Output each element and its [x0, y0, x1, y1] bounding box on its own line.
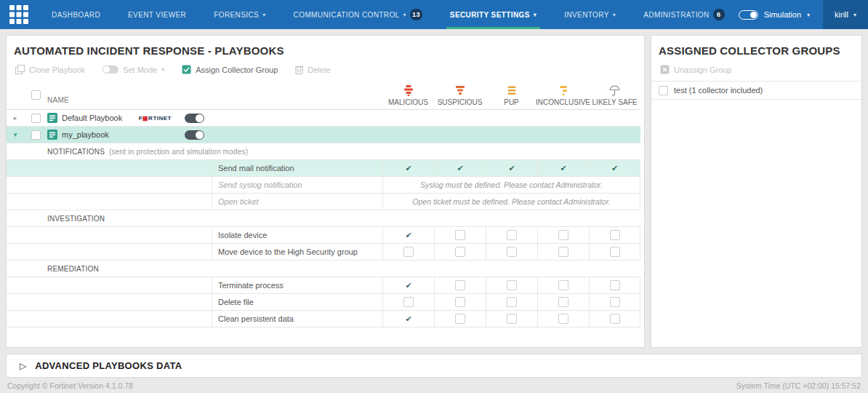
section-label: INVESTIGATION	[47, 215, 105, 223]
column-header-inconclusive: INCONCLUSIVE	[537, 81, 589, 109]
expand-arrow-icon[interactable]: ▸	[7, 110, 24, 126]
nav-event-viewer[interactable]: EVENT VIEWER	[114, 0, 200, 29]
simulation-mode-toggle[interactable]	[739, 10, 758, 20]
playbook-name: Default Playbook	[62, 114, 122, 122]
nav-security-settings[interactable]: SECURITY SETTINGS▾	[436, 0, 550, 29]
playbook-enabled-toggle[interactable]	[185, 114, 204, 123]
state-cell-suspicious[interactable]	[434, 244, 486, 260]
assign-collector-group-button[interactable]: Assign Collector Group	[182, 65, 278, 74]
collector-group-row[interactable]: test (1 collector included)	[651, 81, 861, 100]
state-cell-pup[interactable]	[486, 277, 537, 293]
checked-square-icon	[182, 65, 191, 74]
chevron-down-icon: ▾	[613, 12, 616, 18]
row-checkbox[interactable]	[31, 114, 41, 123]
state-cell-inconclusive[interactable]	[537, 244, 589, 260]
state-cell-inconclusive[interactable]	[537, 277, 589, 293]
fortinet-logo-grid-icon: ▦	[142, 115, 148, 122]
section-row-notifications: NOTIFICATIONS(sent in protection and sim…	[7, 143, 640, 160]
state-cell-malicious[interactable]	[382, 277, 434, 293]
nav-inventory[interactable]: INVENTORY▾	[550, 0, 630, 29]
admin-message: Open ticket must be defined. Please cont…	[382, 194, 640, 210]
nav-forensics[interactable]: FORENSICS▾	[200, 0, 279, 29]
collapse-arrow-icon[interactable]: ▾	[7, 127, 24, 143]
state-cell-malicious[interactable]	[382, 227, 434, 243]
likely-safe-icon	[609, 85, 620, 96]
nav-administration[interactable]: ADMINISTRATION6	[630, 0, 738, 29]
action-label: Move device to the High Security group	[212, 244, 382, 260]
state-cell-malicious[interactable]	[382, 160, 434, 176]
state-cell-suspicious[interactable]	[434, 311, 486, 327]
state-cell-malicious[interactable]	[382, 311, 434, 327]
set-mode-button[interactable]: Set Mode ▾	[103, 66, 164, 74]
section-note: (sent in protection and simulation modes…	[109, 148, 248, 156]
pup-icon	[507, 85, 517, 96]
user-menu[interactable]: kirill ▾	[823, 0, 868, 29]
state-cell-likely-safe[interactable]	[589, 277, 640, 293]
copy-icon	[15, 65, 25, 74]
state-cell-suspicious[interactable]	[434, 160, 486, 176]
playbook-icon	[47, 130, 57, 140]
state-cell-inconclusive[interactable]	[537, 227, 589, 243]
state-cell-likely-safe[interactable]	[589, 294, 640, 310]
action-row-open-ticket: Open ticket Open ticket must be defined.…	[7, 194, 640, 210]
trash-icon	[295, 65, 303, 74]
state-cell-malicious[interactable]	[382, 294, 434, 310]
playbooks-toolbar: Clone Playbook Set Mode ▾ Assign Collect…	[7, 61, 644, 81]
chevron-down-icon: ▾	[403, 12, 406, 18]
action-label: Send mail notification	[212, 160, 382, 176]
playbook-row-default: ▸ Default Playbook F▦RTINET	[7, 110, 640, 127]
action-row-terminate-process: Terminate process	[7, 277, 640, 294]
delete-button[interactable]: Delete	[295, 65, 331, 74]
chevron-down-icon: ▾	[534, 12, 537, 18]
state-cell-suspicious[interactable]	[434, 277, 486, 293]
fortinet-grid-logo-icon	[9, 5, 28, 24]
chevron-down-icon[interactable]: ▾	[807, 12, 810, 18]
nav-dashboard[interactable]: DASHBOARD	[38, 0, 114, 29]
simulation-label: Simulation	[764, 10, 801, 19]
state-cell-likely-safe[interactable]	[589, 160, 640, 176]
name-column-header: NAME	[47, 81, 212, 109]
action-row-send-syslog: Send syslog notification Syslog must be …	[7, 177, 640, 194]
state-cell-pup[interactable]	[486, 311, 537, 327]
playbook-icon	[47, 113, 57, 123]
action-label: Send syslog notification	[212, 177, 382, 193]
state-cell-suspicious[interactable]	[434, 227, 486, 243]
system-time-label: System Time (UTC +02:00) 15:57:52	[736, 381, 861, 390]
column-header-malicious: MALICIOUS	[382, 81, 434, 109]
state-cell-likely-safe[interactable]	[589, 311, 640, 327]
select-all-checkbox[interactable]	[31, 90, 41, 100]
collector-groups-panel: ASSIGNED COLLECTOR GROUPS Unassign Group…	[651, 35, 862, 348]
unassign-group-button[interactable]: Unassign Group	[660, 65, 732, 74]
state-cell-malicious[interactable]	[382, 244, 434, 260]
state-cell-likely-safe[interactable]	[589, 244, 640, 260]
column-header-suspicious: SUSPICIOUS	[434, 81, 486, 109]
action-label: Delete file	[212, 294, 382, 310]
action-label: Open ticket	[212, 194, 382, 210]
state-cell-pup[interactable]	[486, 160, 537, 176]
action-row-isolate-device: Isolate device	[7, 227, 640, 244]
state-cell-inconclusive[interactable]	[537, 294, 589, 310]
collector-groups-title: ASSIGNED COLLECTOR GROUPS	[659, 44, 854, 57]
group-checkbox[interactable]	[659, 86, 668, 95]
clone-playbook-button[interactable]: Clone Playbook	[15, 65, 85, 74]
inconclusive-icon	[558, 85, 568, 96]
advanced-playbooks-section[interactable]: ▷ ADVANCED PLAYBOOKS DATA	[6, 354, 862, 378]
state-cell-pup[interactable]	[486, 227, 537, 243]
nav-communication-control[interactable]: COMMUNICATION CONTROL▾13	[280, 0, 436, 29]
username-label: kirill	[835, 10, 848, 19]
state-cell-likely-safe[interactable]	[589, 227, 640, 243]
state-cell-pup[interactable]	[486, 294, 537, 310]
section-label: NOTIFICATIONS	[47, 148, 105, 156]
state-cell-pup[interactable]	[486, 244, 537, 260]
state-cell-inconclusive[interactable]	[537, 160, 589, 176]
row-checkbox[interactable]	[31, 130, 41, 140]
app-logo	[0, 0, 38, 29]
action-row-send-mail: Send mail notification	[7, 160, 640, 177]
advanced-section-title: ADVANCED PLAYBOOKS DATA	[35, 360, 182, 371]
state-cell-inconclusive[interactable]	[537, 311, 589, 327]
page-title: AUTOMATED INCIDENT RESPONSE - PLAYBOOKS	[14, 44, 637, 57]
state-cell-suspicious[interactable]	[434, 294, 486, 310]
copyright-version-label: Copyright © Fortinet Version 4.1.0.78	[7, 381, 133, 390]
action-row-move-device: Move device to the High Security group	[7, 244, 640, 261]
playbook-enabled-toggle[interactable]	[185, 130, 204, 140]
